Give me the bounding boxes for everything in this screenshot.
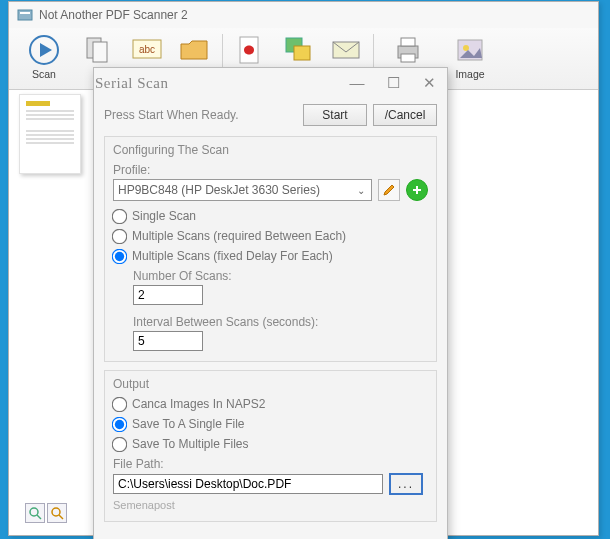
start-button[interactable]: Start (303, 104, 367, 126)
svg-line-20 (59, 515, 63, 519)
svg-point-17 (30, 508, 38, 516)
zoom-out-button[interactable] (25, 503, 45, 523)
svg-rect-0 (18, 10, 32, 20)
svg-rect-5 (93, 42, 107, 62)
page-thumbnail[interactable] (19, 94, 81, 174)
interval-input[interactable] (133, 331, 203, 351)
printer-icon (390, 32, 426, 68)
single-scan-option[interactable]: Single Scan (113, 209, 428, 223)
edit-profile-button[interactable] (378, 179, 400, 201)
multi-fixed-option[interactable]: Multiple Scans (fixed Delay For Each) (113, 249, 428, 263)
images-icon (280, 32, 316, 68)
footer-note: Semenapost (113, 499, 428, 511)
config-title: Configuring The Scan (113, 143, 428, 157)
multi-fixed-radio[interactable] (112, 248, 128, 264)
pages-icon (81, 32, 117, 68)
picture-icon (452, 32, 488, 68)
svg-rect-14 (401, 54, 415, 62)
svg-line-18 (37, 515, 41, 519)
minimize-button[interactable]: — (347, 74, 367, 92)
folder-icon (177, 32, 213, 68)
svg-rect-10 (294, 46, 310, 60)
prompt-text: Press Start When Ready. (104, 108, 239, 122)
pencil-icon (382, 183, 396, 197)
output-multi-label: Save To Multiple Files (132, 437, 249, 451)
multi-required-radio[interactable] (112, 228, 128, 244)
add-profile-button[interactable] (406, 179, 428, 201)
file-path-label: File Path: (113, 457, 428, 471)
svg-rect-1 (20, 12, 30, 14)
zoom-controls (25, 503, 67, 523)
app-title: Not Another PDF Scanner 2 (39, 8, 188, 22)
serial-scan-dialog: Serial Scan — ☐ ✕ Press Start When Ready… (93, 67, 448, 539)
browse-button[interactable]: ... (389, 473, 423, 495)
app-icon (17, 7, 33, 23)
scan-button[interactable]: Scan (13, 30, 75, 82)
svg-rect-13 (401, 38, 415, 46)
single-scan-radio[interactable] (112, 208, 128, 224)
svg-point-16 (463, 45, 469, 51)
output-single-radio[interactable] (112, 416, 128, 432)
output-multi-radio[interactable] (112, 436, 128, 452)
play-icon (26, 32, 62, 68)
profile-label: Profile: (113, 163, 428, 177)
thumbnail-panel (19, 94, 81, 174)
dialog-title-text: Serial Scan (95, 75, 168, 92)
image-tool-button[interactable]: Image (439, 30, 501, 82)
magnifier-minus-icon (28, 506, 42, 520)
output-group: Output Canca Images In NAPS2 Save To A S… (104, 370, 437, 522)
num-scans-input[interactable] (133, 285, 203, 305)
output-cancel-radio[interactable] (112, 396, 128, 412)
scan-label: Scan (32, 68, 56, 80)
multi-fixed-label: Multiple Scans (fixed Delay For Each) (132, 249, 333, 263)
abc-icon: abc (129, 32, 165, 68)
single-scan-label: Single Scan (132, 209, 196, 223)
pdf-icon (232, 32, 268, 68)
svg-text:abc: abc (139, 44, 155, 55)
close-button[interactable]: ✕ (419, 74, 439, 92)
output-multi-option[interactable]: Save To Multiple Files (113, 437, 428, 451)
svg-marker-3 (40, 43, 52, 57)
profile-button[interactable] (75, 30, 123, 70)
output-title: Output (113, 377, 428, 391)
output-cancel-label: Canca Images In NAPS2 (132, 397, 265, 411)
chevron-down-icon: ⌄ (357, 185, 365, 196)
dialog-titlebar: Serial Scan — ☐ ✕ (94, 68, 447, 98)
maximize-button[interactable]: ☐ (383, 74, 403, 92)
cancel-button[interactable]: /Cancel (373, 104, 437, 126)
config-group: Configuring The Scan Profile: HP9BC848 (… (104, 136, 437, 362)
zoom-in-button[interactable] (47, 503, 67, 523)
profile-value: HP9BC848 (HP DeskJet 3630 Series) (118, 183, 320, 197)
profile-combo[interactable]: HP9BC848 (HP DeskJet 3630 Series) ⌄ (113, 179, 372, 201)
multi-required-option[interactable]: Multiple Scans (required Between Each) (113, 229, 428, 243)
output-cancel-option[interactable]: Canca Images In NAPS2 (113, 397, 428, 411)
interval-label: Interval Between Scans (seconds): (133, 315, 428, 329)
output-single-option[interactable]: Save To A Single File (113, 417, 428, 431)
titlebar: Not Another PDF Scanner 2 (9, 2, 598, 28)
image-label: Image (455, 68, 484, 80)
plus-icon (411, 184, 423, 196)
output-single-label: Save To A Single File (132, 417, 245, 431)
file-path-input[interactable] (113, 474, 383, 494)
svg-point-19 (52, 508, 60, 516)
open-button[interactable] (171, 30, 219, 70)
magnifier-plus-icon (50, 506, 64, 520)
multi-required-label: Multiple Scans (required Between Each) (132, 229, 346, 243)
mail-icon (328, 32, 364, 68)
ocr-button[interactable]: abc (123, 30, 171, 70)
num-scans-label: Number Of Scans: (133, 269, 428, 283)
